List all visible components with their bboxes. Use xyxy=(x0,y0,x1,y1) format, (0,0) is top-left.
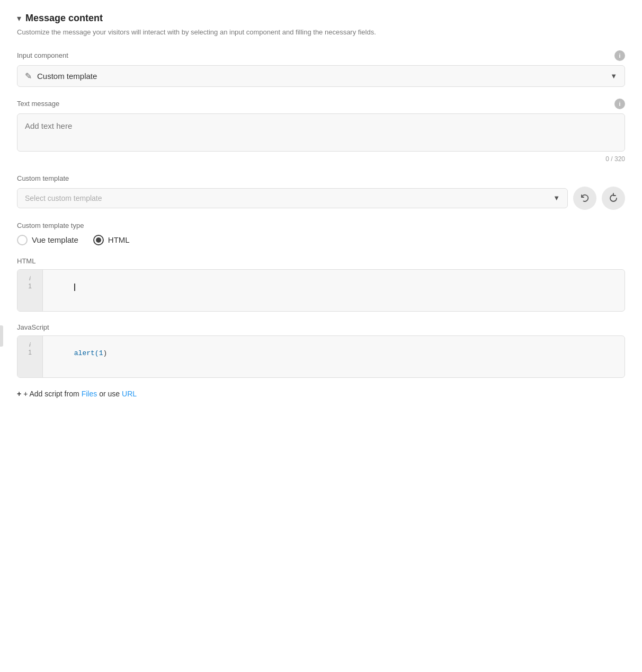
section-header: ▾ Message content xyxy=(17,13,625,24)
js-editor[interactable]: i 1 alert(1) xyxy=(17,335,625,378)
collapse-chevron-icon[interactable]: ▾ xyxy=(17,13,21,23)
html-editor-content[interactable] xyxy=(43,270,625,311)
radio-html-label: HTML xyxy=(108,235,130,244)
js-editor-label: JavaScript xyxy=(17,323,625,331)
radio-vue-label: Vue template xyxy=(32,235,78,244)
custom-template-type-label: Custom template type xyxy=(17,222,625,229)
html-cursor xyxy=(74,284,75,291)
custom-template-dropdown-arrow-icon: ▼ xyxy=(553,194,560,202)
text-message-input[interactable] xyxy=(17,113,625,152)
html-gutter-info: i xyxy=(29,275,30,281)
text-message-group: Text message i 0 / 320 xyxy=(17,99,625,163)
js-editor-group: JavaScript i 1 alert(1) xyxy=(17,323,625,378)
html-editor-label: HTML xyxy=(17,257,625,265)
template-select-row: Select custom template ▼ xyxy=(17,187,625,210)
pencil-icon: ✎ xyxy=(25,71,32,81)
add-script-files-link[interactable]: Files xyxy=(82,390,97,398)
radio-html[interactable]: HTML xyxy=(93,235,130,245)
html-gutter-line-1: 1 xyxy=(28,282,32,290)
resize-handle[interactable] xyxy=(0,325,3,347)
input-component-dropdown-arrow-icon: ▼ xyxy=(610,72,617,80)
input-component-info-icon[interactable]: i xyxy=(614,50,625,61)
input-component-label: Input component xyxy=(17,51,68,59)
text-message-info-icon[interactable]: i xyxy=(614,99,625,109)
undo-icon xyxy=(579,193,590,204)
html-editor[interactable]: i 1 xyxy=(17,269,625,312)
input-component-group: Input component i ✎ Custom template ▼ xyxy=(17,50,625,87)
radio-group: Vue template HTML xyxy=(17,235,625,245)
section-title: Message content xyxy=(25,13,103,24)
radio-vue-circle xyxy=(17,235,28,245)
char-count: 0 / 320 xyxy=(17,155,625,163)
select-box-left: ✎ Custom template xyxy=(25,71,97,81)
undo-button[interactable] xyxy=(573,187,596,210)
add-script-text-middle: or use xyxy=(99,390,120,398)
input-component-select[interactable]: ✎ Custom template ▼ xyxy=(17,65,625,87)
refresh-icon xyxy=(608,193,619,204)
add-script-url-link[interactable]: URL xyxy=(122,390,137,398)
add-script-text-prefix: + Add script from xyxy=(23,390,79,398)
js-editor-gutter: i 1 xyxy=(17,336,43,377)
section-description: Customize the message your visitors will… xyxy=(17,27,451,38)
input-component-value: Custom template xyxy=(37,72,97,81)
custom-template-label-row: Custom template xyxy=(17,174,625,182)
radio-html-circle xyxy=(93,235,104,245)
add-script-plus: + xyxy=(17,390,21,398)
add-script-row: + + Add script from Files or use URL xyxy=(17,390,625,398)
refresh-button[interactable] xyxy=(602,187,625,210)
js-gutter-info: i xyxy=(29,341,30,348)
custom-template-placeholder: Select custom template xyxy=(25,194,102,202)
html-editor-gutter: i 1 xyxy=(17,270,43,311)
text-message-label-row: Text message i xyxy=(17,99,625,109)
js-editor-content[interactable]: alert(1) xyxy=(43,336,625,377)
js-code-suffix: ) xyxy=(103,349,107,357)
custom-template-select[interactable]: Select custom template ▼ xyxy=(17,188,568,208)
js-code-function: alert( xyxy=(74,349,99,357)
text-message-label: Text message xyxy=(17,100,59,108)
custom-template-group: Custom template Select custom template ▼ xyxy=(17,174,625,210)
custom-template-type-group: Custom template type Vue template HTML xyxy=(17,222,625,245)
html-editor-group: HTML i 1 xyxy=(17,257,625,312)
custom-template-label: Custom template xyxy=(17,174,69,182)
radio-vue-template[interactable]: Vue template xyxy=(17,235,78,245)
js-gutter-line-1: 1 xyxy=(28,349,32,356)
input-component-label-row: Input component i xyxy=(17,50,625,61)
